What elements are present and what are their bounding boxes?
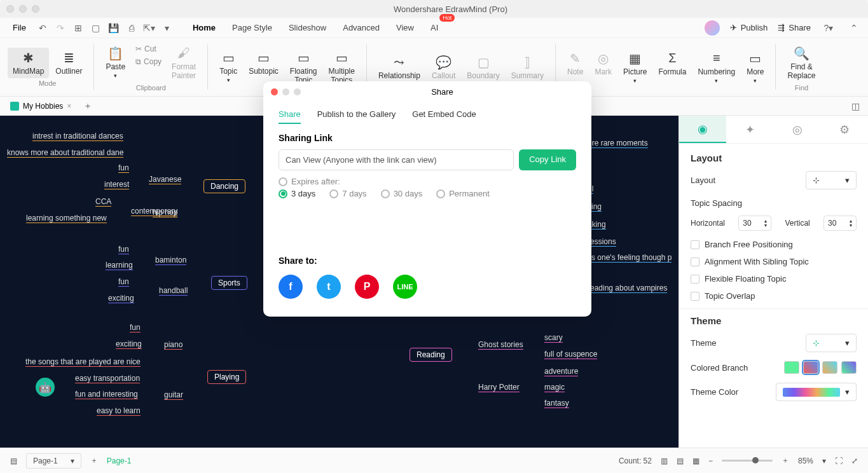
copy-link-button[interactable]: Copy Link — [519, 149, 576, 170]
user-avatar[interactable] — [705, 20, 720, 36]
publish-button[interactable]: ✈Publish — [730, 23, 768, 32]
page-tab[interactable]: Page-1 — [107, 456, 132, 465]
leaf-piano[interactable]: piano — [164, 340, 183, 350]
leaf-knows-more[interactable]: knows more about traditional dane — [7, 148, 123, 158]
leaf-harry[interactable]: Harry Potter — [478, 383, 520, 392]
branch-swatch-4[interactable] — [841, 361, 857, 374]
collapse-ribbon-button[interactable]: ⌃ — [846, 20, 862, 36]
tab-advanced[interactable]: Advanced — [340, 19, 382, 36]
add-tab-button[interactable]: ＋ — [80, 99, 95, 114]
new-button[interactable]: ⊞ — [71, 20, 86, 36]
mindmap-mode-button[interactable]: ✱MindMap — [8, 48, 49, 78]
mark-button[interactable]: ◎Mark — [589, 48, 617, 86]
leaf-ghost[interactable]: Ghost stories — [478, 340, 523, 350]
vertical-input[interactable]: 30▴▾ — [823, 216, 857, 231]
share-twitter-button[interactable]: t — [317, 275, 341, 299]
picture-button[interactable]: ▦Picture▾ — [618, 48, 652, 86]
dialog-close-button[interactable] — [271, 88, 278, 95]
share-button[interactable]: ⇶Share — [778, 23, 811, 32]
leaf-adventure[interactable]: adventure — [544, 367, 578, 376]
panel-tab-settings[interactable]: ⚙ — [821, 116, 868, 143]
leaf-easy-trans[interactable]: easy transportation — [75, 374, 140, 383]
boundary-button[interactable]: ▢Boundary — [462, 52, 504, 83]
open-button[interactable]: ▢ — [88, 20, 104, 36]
leaf-fantasy[interactable]: fantasy — [544, 399, 569, 408]
dialog-tab-share[interactable]: Share — [279, 106, 301, 124]
node-sports[interactable]: Sports — [211, 276, 247, 290]
share-link-input[interactable]: Can View (Anyone with the link can view) — [279, 149, 514, 170]
copy-button[interactable]: ⧉Copy — [132, 56, 165, 67]
radio-7days[interactable] — [329, 189, 338, 198]
leaf-exciting[interactable]: exciting — [108, 294, 134, 303]
zoom-in-button[interactable]: ＋ — [782, 455, 789, 466]
leaf-magic[interactable]: magic — [544, 383, 565, 392]
topic-overlap-checkbox[interactable] — [691, 292, 699, 301]
leaf-handball[interactable]: handball — [159, 286, 188, 296]
leaf-baminton[interactable]: baminton — [155, 256, 186, 265]
radio-3days[interactable] — [279, 189, 287, 198]
align-sibling-checkbox[interactable] — [691, 257, 699, 266]
leaf-rare[interactable]: ure rare moments — [588, 139, 648, 148]
leaf-scary[interactable]: scary — [544, 333, 563, 343]
redo-button[interactable]: ↷ — [53, 20, 68, 36]
leaf-vampires[interactable]: reading about vampires — [588, 284, 667, 293]
zoom-slider[interactable] — [722, 460, 773, 462]
fullscreen-button[interactable]: ⤢ — [851, 456, 858, 465]
branch-swatch-3[interactable] — [822, 361, 837, 374]
export-button[interactable]: ⇱▾ — [142, 20, 157, 36]
leaf-fun2[interactable]: fun — [118, 245, 129, 254]
dialog-minimize-button[interactable] — [282, 88, 289, 95]
share-pinterest-button[interactable]: P — [355, 275, 379, 299]
share-facebook-button[interactable]: f — [279, 275, 303, 299]
share-line-button[interactable]: LINE — [393, 275, 417, 299]
leaf-learning-new[interactable]: learning something new — [26, 214, 107, 223]
view-mode-1[interactable]: ▥ — [661, 456, 668, 465]
leaf-fun1[interactable]: fun — [118, 163, 129, 173]
dialog-maximize-button[interactable] — [294, 88, 301, 95]
leaf-intrest-trad[interactable]: intrest in traditional dances — [32, 132, 123, 141]
branch-swatch-1[interactable] — [784, 361, 799, 374]
tab-page-style[interactable]: Page Style — [230, 19, 275, 36]
node-playing[interactable]: Playing — [207, 370, 246, 384]
radio-30days[interactable] — [381, 189, 390, 198]
dialog-tab-gallery[interactable]: Publish to the Gallery — [317, 106, 396, 124]
tab-home[interactable]: Home — [190, 19, 218, 36]
theme-color-select[interactable]: ▾ — [776, 383, 857, 401]
paste-button[interactable]: 📋Paste▾ — [100, 43, 130, 83]
leaf-interest[interactable]: interest — [104, 180, 129, 189]
formula-button[interactable]: ΣFormula — [653, 48, 691, 86]
page-select[interactable]: Page-1▾ — [26, 453, 81, 469]
theme-select[interactable]: ⊹▾ — [806, 334, 857, 352]
format-painter-button[interactable]: 🖌Format Painter — [167, 43, 201, 83]
save-button[interactable]: 💾 — [106, 20, 121, 36]
ai-chat-button[interactable]: 🤖 — [36, 378, 55, 397]
node-reading[interactable]: Reading — [410, 348, 452, 362]
note-button[interactable]: ✎Note — [562, 48, 588, 86]
view-mode-3[interactable]: ▦ — [692, 456, 699, 465]
leaf-suspence[interactable]: full of suspence — [544, 350, 597, 359]
leaf-guitar[interactable]: guitar — [164, 390, 183, 400]
leaf-songs-nice[interactable]: the songs that are played are nice — [25, 357, 141, 367]
leaf-javanese[interactable]: Javanese — [149, 175, 181, 184]
leaf-cca[interactable]: CCA — [95, 197, 111, 207]
leaf-feeling[interactable]: ss one's feeling though p — [588, 253, 672, 263]
topic-button[interactable]: ▭Topic▾ — [214, 48, 242, 87]
more-qat-button[interactable]: ▾ — [160, 20, 175, 36]
tab-slideshow[interactable]: Slideshow — [286, 19, 329, 36]
numbering-button[interactable]: ≡Numbering▾ — [692, 48, 740, 86]
close-tab-button[interactable]: × — [67, 102, 71, 111]
find-replace-button[interactable]: 🔍Find & Replace — [782, 43, 820, 83]
relationship-button[interactable]: ⤳Relationship — [373, 52, 425, 83]
view-mode-2[interactable]: ▤ — [677, 456, 684, 465]
panel-tab-style[interactable]: ✦ — [726, 116, 773, 143]
callout-button[interactable]: 💬Callout — [427, 52, 460, 83]
print-button[interactable]: ⎙ — [124, 20, 139, 36]
zoom-dropdown[interactable]: ▾ — [822, 456, 826, 465]
tab-view[interactable]: View — [394, 19, 417, 36]
fit-screen-button[interactable]: ⛶ — [835, 456, 843, 465]
leaf-fun3[interactable]: fun — [118, 277, 129, 287]
tab-ai[interactable]: AIHot — [428, 19, 441, 36]
node-dancing[interactable]: Dancing — [203, 179, 245, 193]
leaf-easy-learn[interactable]: easy to learn — [97, 406, 141, 416]
flex-float-checkbox[interactable] — [691, 275, 699, 284]
